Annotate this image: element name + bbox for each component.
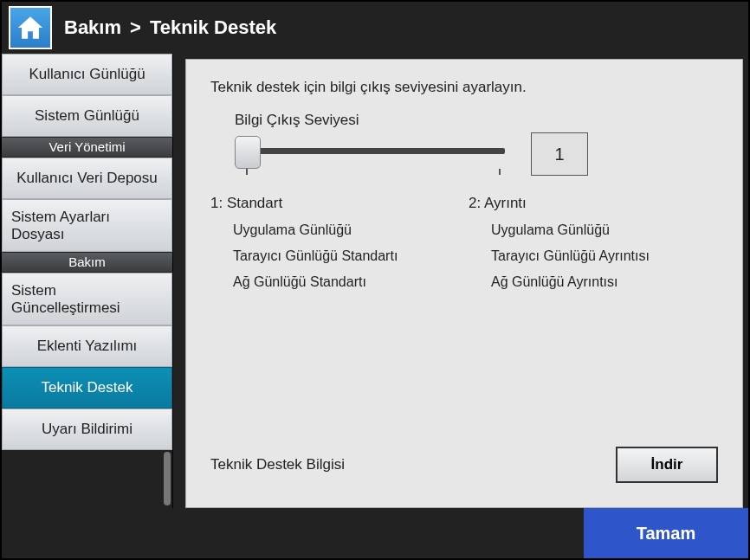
sidebar-item-addon-software[interactable]: Eklenti Yazılımı [2,325,172,367]
slider-row: 1 [235,132,718,176]
list-item: Uygulama Günlüğü [233,222,460,238]
panel-description: Teknik destek için bilgi çıkış seviyesin… [210,79,718,96]
output-level-slider[interactable] [235,134,512,174]
sidebar-item-system-update[interactable]: Sistem Güncelleştirmesi [2,273,172,325]
home-icon [16,13,45,42]
level-1-heading: 1: Standart [210,195,460,212]
sidebar-item-user-data-store[interactable]: Kullanıcı Veri Deposu [2,158,172,199]
ok-button[interactable]: Tamam [584,508,748,558]
breadcrumb: Bakım > Teknik Destek [64,16,276,39]
slider-value-box: 1 [531,132,588,176]
main-area: Teknik destek için bilgi çıkış seviyesin… [173,54,748,508]
footer-bar: Tamam [2,508,748,558]
slider-value: 1 [554,145,564,164]
levels-columns: 1: Standart Uygulama Günlüğü Tarayıcı Gü… [210,195,718,300]
slider-track [242,148,505,154]
sidebar-item-label: Teknik Destek [42,379,133,396]
sidebar-item-label: Kullanıcı Günlüğü [29,66,145,83]
level-1-list: Uygulama Günlüğü Tarayıcı Günlüğü Standa… [210,222,460,290]
sidebar-item-label: Sistem Güncelleştirmesi [11,282,163,316]
list-item: Ağ Günlüğü Ayrıntısı [491,274,718,290]
list-item: Uygulama Günlüğü [491,222,718,238]
sidebar-item-label: Sistem Ayarları Dosyası [11,209,163,242]
download-button[interactable]: İndir [616,447,718,483]
sidebar-item-label: Kullanıcı Veri Deposu [16,170,158,187]
body: Kullanıcı Günlüğü Sistem Günlüğü Veri Yö… [2,54,748,508]
sidebar-item-user-log[interactable]: Kullanıcı Günlüğü [2,54,172,95]
level-1-column: 1: Standart Uygulama Günlüğü Tarayıcı Gü… [210,195,460,300]
breadcrumb-part-1: Bakım [64,16,121,39]
list-item: Tarayıcı Günlüğü Standartı [233,248,460,264]
sidebar-item-system-log[interactable]: Sistem Günlüğü [2,95,172,137]
list-item: Tarayıcı Günlüğü Ayrıntısı [491,248,718,264]
titlebar: Bakım > Teknik Destek [2,2,748,54]
level-2-list: Uygulama Günlüğü Tarayıcı Günlüğü Ayrınt… [469,222,718,290]
level-2-heading: 2: Ayrıntı [469,195,718,212]
list-item: Ağ Günlüğü Standartı [233,274,460,290]
level-2-column: 2: Ayrıntı Uygulama Günlüğü Tarayıcı Gün… [469,195,718,300]
sidebar-item-label: Eklenti Yazılımı [37,338,138,355]
slider-thumb[interactable] [235,136,261,169]
sidebar-scrollbar-thumb[interactable] [164,452,171,505]
app-window: Bakım > Teknik Destek Kullanıcı Günlüğü … [0,0,750,560]
slider-tick-1 [246,169,248,175]
sidebar: Kullanıcı Günlüğü Sistem Günlüğü Veri Yö… [2,54,173,508]
slider-tick-2 [499,169,501,175]
breadcrumb-part-2: Teknik Destek [150,16,276,39]
download-row: Teknik Destek Bilgisi İndir [210,447,718,492]
sidebar-item-label: Uyarı Bildirimi [42,421,133,438]
sidebar-group-maintenance: Bakım [2,252,172,273]
sidebar-item-system-settings-file[interactable]: Sistem Ayarları Dosyası [2,199,172,252]
sidebar-item-technical-support[interactable]: Teknik Destek [2,367,172,409]
slider-label: Bilgi Çıkış Seviyesi [235,112,718,129]
sidebar-item-label: Sistem Günlüğü [35,107,139,125]
home-button[interactable] [9,6,52,49]
sidebar-group-data-management: Veri Yönetimi [2,137,172,158]
download-label: Teknik Destek Bilgisi [210,456,345,473]
content-panel: Teknik destek için bilgi çıkış seviyesin… [185,59,743,508]
sidebar-item-alert-notification[interactable]: Uyarı Bildirimi [2,409,172,450]
breadcrumb-separator: > [130,16,141,39]
